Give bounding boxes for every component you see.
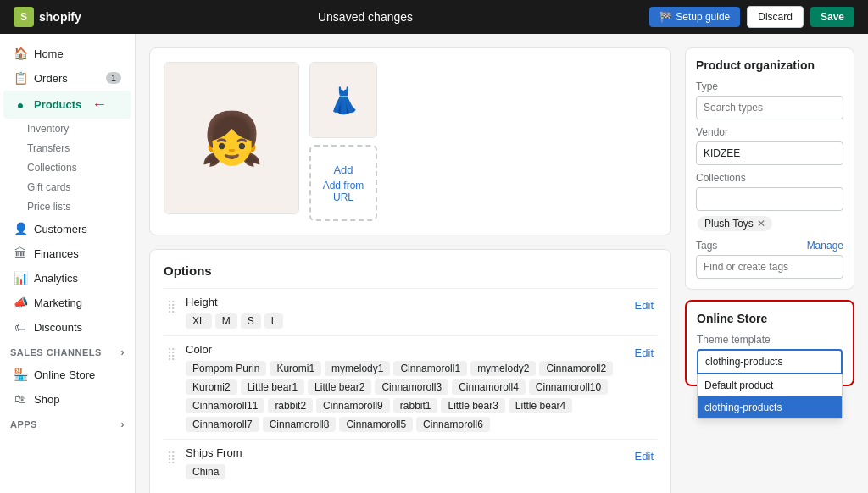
collections-label: Collections xyxy=(696,172,843,184)
option-tag: Cinnamoroll9 xyxy=(316,398,390,413)
option-tag: mymelody1 xyxy=(325,361,390,376)
theme-template-label: Theme template xyxy=(697,334,843,346)
online-store-title: Online Store xyxy=(697,312,843,325)
option-values-color: Pompom Purin Kuromi1 mymelody1 Cinnamoro… xyxy=(186,361,625,432)
sidebar-item-analytics[interactable]: 📊 Analytics xyxy=(3,266,131,290)
add-image-label: Add xyxy=(333,163,353,176)
sidebar-sub-inventory[interactable]: Inventory xyxy=(3,119,131,138)
sidebar-online-store-label: Online Store xyxy=(34,368,95,381)
vendor-label: Vendor xyxy=(696,126,843,138)
flag-icon: 🏁 xyxy=(659,11,672,23)
manage-tags-link[interactable]: Manage xyxy=(807,240,843,252)
option-tag: Cinnamoroll5 xyxy=(339,417,413,432)
option-tag: rabbit2 xyxy=(268,398,313,413)
option-name-height: Height xyxy=(186,296,625,308)
page-title: Unsaved changes xyxy=(318,10,413,24)
dropdown-option-clothing[interactable]: clothing-products xyxy=(698,396,842,418)
option-tag: China xyxy=(186,464,225,479)
topbar: S shopify Unsaved changes 🏁 Setup guide … xyxy=(0,0,868,34)
shopify-logo-text: shopify xyxy=(39,10,81,24)
collection-tag-plush-toys: Plush Toys ✕ xyxy=(698,216,772,231)
apps-expand-icon: › xyxy=(121,418,125,430)
images-section: 👧 👗 Add Add from URL xyxy=(149,47,671,235)
sidebar-sub-collections[interactable]: Collections xyxy=(3,158,131,177)
topbar-right: 🏁 Setup guide Discard Save xyxy=(649,6,854,28)
product-org-title: Product organization xyxy=(696,58,843,72)
orders-icon: 📋 xyxy=(14,71,27,85)
edit-height-button[interactable]: Edit xyxy=(632,296,657,315)
option-content-color: Color Pompom Purin Kuromi1 mymelody1 Cin… xyxy=(186,343,625,432)
option-tag: Little bear2 xyxy=(308,379,371,395)
sidebar-item-marketing[interactable]: 📣 Marketing xyxy=(3,291,131,314)
option-values-height: XL M S L xyxy=(186,313,625,329)
option-tag: rabbit1 xyxy=(393,398,438,413)
sidebar-analytics-label: Analytics xyxy=(34,272,78,285)
sidebar-customers-label: Customers xyxy=(34,223,87,235)
sidebar-sub-price-lists[interactable]: Price lists xyxy=(3,197,131,216)
drag-handle-color[interactable]: ⣿ xyxy=(164,343,179,363)
option-tag: Cinnamoroll3 xyxy=(375,379,448,395)
type-input[interactable] xyxy=(696,96,843,119)
sidebar-item-shop[interactable]: 🛍 Shop xyxy=(3,387,131,411)
type-label: Type xyxy=(696,80,843,92)
apps-section: Apps › xyxy=(0,412,135,434)
tags-label: Tags xyxy=(696,240,717,252)
vendor-input[interactable] xyxy=(696,141,843,165)
shop-icon: 🛍 xyxy=(14,392,27,406)
sidebar-item-finances[interactable]: 🏛 Finances xyxy=(3,241,131,265)
edit-color-button[interactable]: Edit xyxy=(632,343,657,363)
sidebar: 🏠 Home 📋 Orders 1 ● Products ← Inventory… xyxy=(0,34,136,493)
product-thumb-1: 👗 xyxy=(309,62,377,138)
sidebar-sub-transfers[interactable]: Transfers xyxy=(3,139,131,158)
discard-button[interactable]: Discard xyxy=(747,6,804,28)
setup-guide-button[interactable]: 🏁 Setup guide xyxy=(649,7,740,27)
add-from-url-label[interactable]: Add from URL xyxy=(311,180,376,203)
girl-image-icon: 👧 xyxy=(200,108,264,169)
option-tag: Little bear1 xyxy=(241,379,304,395)
dropdown-option-default[interactable]: Default product xyxy=(698,374,842,396)
option-tag: Little bear3 xyxy=(441,398,504,413)
sidebar-item-products[interactable]: ● Products ← xyxy=(3,91,131,119)
options-title: Options xyxy=(164,263,657,278)
theme-template-select[interactable]: Default product clothing-products xyxy=(697,349,843,374)
sidebar-products-label: Products xyxy=(34,98,81,111)
edit-ships-button[interactable]: Edit xyxy=(632,446,657,466)
product-organization-panel: Product organization Type Vendor Collect… xyxy=(685,47,854,290)
sidebar-item-orders[interactable]: 📋 Orders 1 xyxy=(3,66,131,90)
add-image-area[interactable]: Add Add from URL xyxy=(309,145,377,221)
sidebar-discounts-label: Discounts xyxy=(34,321,82,334)
save-button[interactable]: Save xyxy=(810,7,854,27)
option-tag: mymelody2 xyxy=(470,361,536,376)
main-area: 👧 👗 Add Add from URL O xyxy=(136,34,868,493)
option-row-height: ⣿ Height XL M S L Edit xyxy=(164,288,657,335)
products-icon: ● xyxy=(14,98,27,112)
main-content: 👧 👗 Add Add from URL O xyxy=(149,47,671,479)
sidebar-sub-gift-cards[interactable]: Gift cards xyxy=(3,178,131,197)
collections-input[interactable] xyxy=(696,187,843,211)
layout: 🏠 Home 📋 Orders 1 ● Products ← Inventory… xyxy=(0,34,868,493)
thumb-image-1: 👗 xyxy=(310,63,376,137)
marketing-icon: 📣 xyxy=(14,296,27,309)
discounts-icon: 🏷 xyxy=(14,320,27,334)
option-tag: Little bear4 xyxy=(509,398,572,413)
drag-handle-ships[interactable]: ⣿ xyxy=(164,446,179,467)
collection-tag-label: Plush Toys xyxy=(704,218,754,230)
drag-handle-height[interactable]: ⣿ xyxy=(164,296,179,316)
sales-channels-label: Sales channels xyxy=(10,347,102,357)
topbar-left: S shopify xyxy=(14,7,81,27)
option-tag: L xyxy=(264,313,284,329)
shopify-logo: S shopify xyxy=(14,7,81,27)
option-tag: Cinnamoroll10 xyxy=(529,379,608,395)
option-tag: Kuromi2 xyxy=(186,379,237,395)
sidebar-item-home[interactable]: 🏠 Home xyxy=(3,42,131,65)
sidebar-item-customers[interactable]: 👤 Customers xyxy=(3,217,131,241)
apps-label: Apps xyxy=(10,419,37,429)
option-tag: M xyxy=(215,313,237,329)
home-icon: 🏠 xyxy=(14,47,27,60)
sidebar-item-discounts[interactable]: 🏷 Discounts xyxy=(3,315,131,339)
option-tag: Cinnamoroll1 xyxy=(393,361,467,376)
tags-input[interactable] xyxy=(696,255,843,279)
option-tag: Cinnamoroll4 xyxy=(452,379,526,395)
sidebar-item-online-store[interactable]: 🏪 Online Store xyxy=(3,363,131,386)
remove-collection-tag[interactable]: ✕ xyxy=(757,218,765,230)
